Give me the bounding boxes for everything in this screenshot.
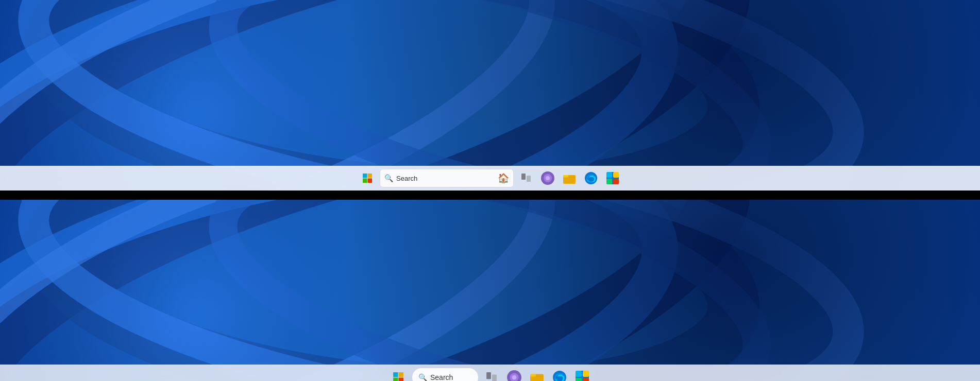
start-button-bottom[interactable] (388, 367, 409, 381)
search-icon-top: 🔍 (384, 174, 393, 182)
svg-rect-15 (606, 179, 612, 184)
search-icon-bottom: 🔍 (418, 373, 427, 381)
start-button-top[interactable] (358, 169, 377, 187)
file-explorer-icon-top[interactable] (560, 169, 579, 187)
taskbar-top: 🔍 Search 🏠 (0, 166, 980, 190)
search-label-bottom: Search (430, 373, 453, 381)
svg-rect-2 (363, 179, 367, 183)
edge-svg-top (584, 171, 598, 185)
task-view-icon-bottom[interactable] (482, 368, 501, 381)
file-explorer-svg-bottom (530, 371, 544, 381)
edge-icon-top[interactable] (582, 169, 600, 187)
task-view-svg-top (521, 173, 531, 183)
windows-logo-bottom-icon (393, 372, 404, 381)
svg-rect-1 (368, 174, 373, 178)
ms-store-svg-bottom (575, 370, 589, 381)
svg-rect-33 (583, 378, 589, 381)
svg-rect-21 (486, 372, 491, 379)
svg-rect-3 (368, 179, 373, 183)
svg-rect-18 (399, 372, 403, 377)
search-label-top: Search (396, 175, 495, 182)
svg-rect-14 (613, 172, 619, 178)
search-bar-bottom[interactable]: 🔍 Search (412, 368, 479, 381)
wallpaper-bottom (0, 200, 980, 381)
svg-rect-16 (613, 179, 619, 184)
separator-bar-1 (0, 190, 980, 200)
svg-rect-22 (492, 375, 497, 382)
edge-icon-bottom[interactable] (550, 368, 569, 381)
task-view-svg-bottom (486, 372, 497, 381)
wallpaper-top (0, 0, 980, 190)
file-explorer-svg-top (563, 172, 576, 184)
svg-rect-31 (583, 371, 589, 377)
svg-rect-20 (399, 378, 403, 381)
svg-rect-17 (393, 372, 398, 377)
svg-rect-0 (363, 174, 367, 178)
ms-store-icon-top[interactable] (603, 169, 622, 187)
webex-icon-bottom[interactable] (504, 368, 524, 381)
svg-rect-19 (393, 378, 398, 381)
svg-rect-32 (576, 378, 582, 381)
svg-rect-5 (527, 176, 531, 182)
webex-svg-bottom (506, 370, 522, 381)
ms-store-svg-top (606, 171, 619, 185)
svg-rect-4 (521, 174, 526, 180)
svg-rect-27 (530, 374, 536, 377)
webex-icon-top[interactable] (538, 169, 557, 187)
search-bar-top[interactable]: 🔍 Search 🏠 (380, 169, 514, 187)
file-explorer-icon-bottom[interactable] (527, 368, 547, 381)
lighthouse-icon-top: 🏠 (498, 172, 509, 184)
svg-rect-13 (606, 172, 612, 178)
edge-svg-bottom (552, 370, 567, 381)
bottom-screen: 🔍 Search (0, 200, 980, 381)
ms-store-icon-bottom[interactable] (572, 368, 592, 381)
top-screen: 🔍 Search 🏠 (0, 0, 980, 190)
windows-logo-icon (362, 173, 373, 183)
task-view-icon-top[interactable] (517, 169, 535, 187)
taskbar-bottom: 🔍 Search (0, 365, 980, 381)
svg-rect-30 (576, 371, 582, 377)
svg-point-25 (512, 375, 517, 380)
svg-point-8 (546, 176, 550, 180)
webex-svg-top (540, 171, 555, 185)
